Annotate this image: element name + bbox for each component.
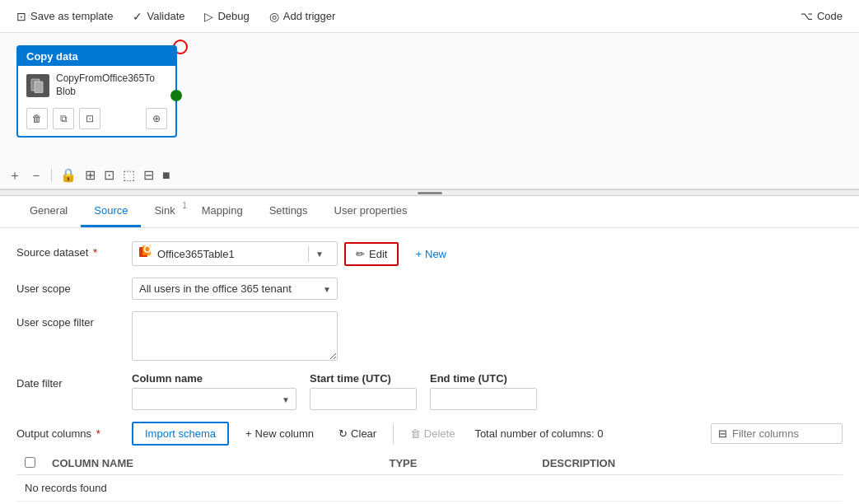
delete-icon: 🗑: [410, 427, 421, 440]
schema-table-body: No records found: [16, 475, 843, 502]
plus-icon: +: [415, 248, 422, 260]
tab-user-properties-label: User properties: [334, 204, 408, 217]
debug-label: Debug: [217, 10, 249, 22]
validate-button[interactable]: ✓ Validate: [124, 6, 193, 27]
import-schema-button[interactable]: Import schema: [132, 422, 229, 446]
start-time-input[interactable]: [310, 388, 417, 410]
tab-user-properties[interactable]: User properties: [321, 196, 421, 227]
copy-data-node-name: CopyFromOffice365To Blob: [56, 72, 155, 98]
validate-icon: ✓: [133, 10, 142, 23]
user-scope-row: User scope All users in the office 365 t…: [16, 278, 843, 300]
end-time-col: End time (UTC): [430, 372, 537, 410]
new-col-plus-icon: +: [245, 427, 252, 440]
start-time-label: Start time (UTC): [310, 372, 417, 385]
filter-icon: ⊟: [718, 427, 727, 440]
dataset-dropdown-arrow[interactable]: ▼: [308, 246, 330, 262]
tab-sink-label: Sink: [154, 204, 175, 217]
debug-button[interactable]: ▷ Debug: [196, 6, 257, 27]
fit-icon[interactable]: ⊞: [85, 169, 96, 182]
col-separator: [393, 424, 394, 444]
select-all-checkbox[interactable]: [25, 457, 35, 468]
add-trigger-button[interactable]: ◎ Add trigger: [261, 6, 344, 27]
user-scope-filter-label: User scope filter: [16, 311, 124, 329]
tab-settings[interactable]: Settings: [256, 196, 321, 227]
connect-node-button[interactable]: ⊕: [146, 108, 167, 129]
schema-table: COLUMN NAME TYPE DESCRIPTION No records …: [16, 452, 843, 502]
tab-mapping-label: Mapping: [202, 204, 243, 217]
panel-divider[interactable]: [0, 189, 859, 196]
clear-button[interactable]: ↻ Clear: [330, 423, 385, 444]
source-dataset-value: Office365Table1: [157, 248, 303, 260]
user-scope-filter-controls: [132, 311, 843, 361]
tab-sink-badge: 1: [182, 201, 187, 210]
code-label: Code: [817, 10, 843, 22]
zoom-in-icon[interactable]: ＋: [8, 169, 21, 182]
col-name-header: COLUMN NAME: [44, 452, 380, 475]
clear-refresh-icon: ↻: [338, 427, 348, 440]
source-form: Source dataset * O Office365Table1 ▼ ✏ E…: [0, 228, 859, 504]
save-template-button[interactable]: ⊡ Save as template: [8, 6, 121, 27]
copy-data-body: CopyFromOffice365To Blob: [18, 66, 175, 105]
column-name-select-wrap: ▼: [132, 388, 296, 410]
delete-label: Delete: [424, 427, 455, 440]
debug-icon: ▷: [204, 10, 213, 23]
copy-data-block[interactable]: Copy data CopyFromOffice365To Blob 🗑 ⧉ ⊡…: [16, 45, 177, 138]
edit-dataset-button[interactable]: ✏ Edit: [344, 242, 399, 266]
divider-line: [418, 192, 442, 194]
save-template-icon: ⊡: [16, 10, 26, 23]
edit-btn-label: Edit: [369, 248, 387, 260]
type-header: TYPE: [380, 452, 534, 475]
svg-rect-1: [35, 82, 43, 93]
tab-general[interactable]: General: [16, 196, 81, 227]
new-dataset-button[interactable]: + New: [405, 244, 456, 264]
description-header: DESCRIPTION: [534, 452, 843, 475]
no-records-label: No records found: [25, 482, 107, 494]
end-time-input[interactable]: [430, 388, 537, 410]
column-name-wrap: Column name ▼: [132, 372, 296, 410]
select-icon[interactable]: ⬚: [123, 169, 135, 182]
output-columns-row: Output columns * Import schema + New col…: [16, 422, 843, 446]
copy-data-node-icon: [26, 74, 49, 97]
tab-mapping[interactable]: Mapping: [189, 196, 256, 227]
end-time-label: End time (UTC): [430, 372, 537, 385]
edit-pencil-icon: ✏: [356, 248, 365, 260]
code-button[interactable]: ⌥ Code: [792, 6, 851, 26]
source-dataset-select[interactable]: O Office365Table1 ▼: [132, 241, 338, 266]
canvas-area: Copy data CopyFromOffice365To Blob 🗑 ⧉ ⊡…: [0, 33, 859, 189]
filter-columns-input[interactable]: [732, 427, 823, 440]
svg-text:O: O: [143, 245, 152, 255]
center-icon[interactable]: ⊡: [104, 169, 114, 182]
user-scope-label: User scope: [16, 278, 124, 295]
node-actions: 🗑 ⧉ ⊡ ⊕: [18, 105, 175, 136]
status-dot: [170, 90, 182, 101]
settings-icon[interactable]: ■: [162, 169, 170, 182]
import-schema-label: Import schema: [145, 427, 216, 440]
delete-node-button[interactable]: 🗑: [26, 108, 48, 129]
source-dataset-row: Source dataset * O Office365Table1 ▼ ✏ E…: [16, 241, 843, 266]
tab-source[interactable]: Source: [81, 196, 141, 227]
tab-bar: General Source Sink 1 Mapping Settings U…: [0, 196, 859, 228]
user-scope-filter-row: User scope filter: [16, 311, 843, 361]
new-column-label: New column: [255, 427, 315, 440]
delete-columns-button[interactable]: 🗑 Delete: [402, 423, 463, 444]
layout-icon[interactable]: ⊟: [143, 169, 154, 182]
user-scope-select[interactable]: All users in the office 365 tenant: [132, 278, 338, 300]
clone-node-button[interactable]: ⧉: [53, 108, 74, 129]
lock-icon[interactable]: 🔒: [60, 169, 77, 182]
save-template-label: Save as template: [30, 10, 113, 22]
filter-columns-wrap: ⊟: [711, 423, 843, 444]
required-marker: *: [93, 246, 97, 259]
column-name-select[interactable]: [132, 388, 296, 410]
start-time-col: Start time (UTC): [310, 372, 417, 410]
tab-sink[interactable]: Sink 1: [141, 196, 188, 227]
user-scope-controls: All users in the office 365 tenant ▼: [132, 278, 843, 300]
validate-label: Validate: [147, 10, 184, 22]
copy-node-button[interactable]: ⊡: [79, 108, 100, 129]
user-scope-filter-input[interactable]: [132, 311, 338, 361]
copy-data-header: Copy data: [18, 47, 175, 66]
bottom-panel: General Source Sink 1 Mapping Settings U…: [0, 196, 859, 504]
zoom-out-icon[interactable]: －: [30, 169, 43, 182]
new-column-button[interactable]: + New column: [237, 423, 322, 444]
tab-general-label: General: [30, 204, 68, 217]
node-name-line2: Blob: [56, 86, 155, 99]
